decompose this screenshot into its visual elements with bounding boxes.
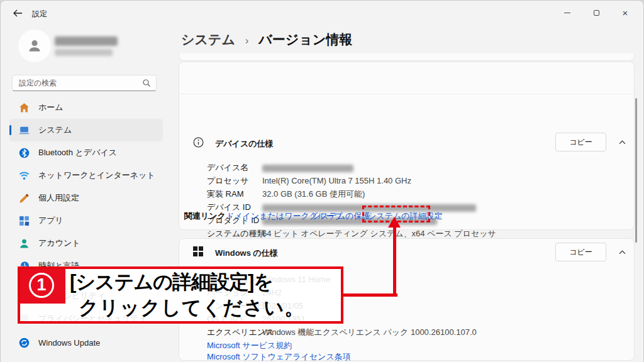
sidebar-item-system[interactable]: システム [9, 119, 163, 141]
spec-value: 32.0 GB (31.6 GB 使用可能) [262, 189, 365, 199]
person-icon [26, 38, 43, 54]
sidebar-item-label: ネットワークとインターネット [38, 170, 155, 181]
spec-row-device-name: デバイス名 [207, 162, 353, 173]
sidebar-item-label: アカウント [38, 238, 80, 249]
spec-row-ram: 実装 RAM32.0 GB (31.6 GB 使用可能) [207, 189, 365, 200]
chevron-up-icon [619, 250, 626, 255]
avatar[interactable] [18, 30, 51, 62]
bluetooth-icon [18, 147, 30, 158]
account-icon [18, 238, 30, 249]
related-links-label: 関連リンク [184, 211, 226, 222]
minimize-button[interactable] [553, 1, 582, 25]
close-button[interactable]: × [611, 1, 640, 25]
sidebar-item-label: 個人用設定 [38, 192, 79, 204]
sidebar-item-windows-update[interactable]: Windows Update [9, 331, 163, 354]
sidebar-item-apps[interactable]: アプリ [9, 209, 163, 232]
device-specs-card: デバイスの仕様 コピー デバイス名 プロセッサIntel(R) Core(TM)… [179, 62, 635, 230]
sidebar-item-label: Bluetooth とデバイス [38, 147, 117, 158]
search-icon [142, 79, 151, 87]
sidebar-item-personalization[interactable]: 個人用設定 [9, 187, 163, 209]
chevron-up-icon [619, 140, 626, 145]
update-icon [18, 337, 30, 348]
step-number: 1 [29, 273, 54, 298]
wifi-icon [18, 170, 30, 181]
copy-device-specs-button[interactable]: コピー [555, 133, 606, 151]
spec-row-experience: エクスペリエンスWindows 機能エクスペリエンス パック 1000.2610… [207, 327, 477, 338]
scrollbar[interactable] [635, 98, 637, 243]
back-arrow-icon [13, 9, 23, 17]
home-icon [18, 102, 30, 113]
brush-icon [18, 192, 30, 204]
redacted-value [262, 165, 353, 172]
spec-label: 実装 RAM [207, 189, 262, 200]
search-input[interactable] [18, 77, 134, 89]
sidebar-item-label: システム [38, 124, 72, 136]
spec-label: エクスペリエンス [207, 327, 262, 338]
spec-value: Intel(R) Core(TM) Ultra 7 155H 1.40 GHz [262, 176, 411, 185]
windows-logo-icon [193, 246, 203, 256]
user-name-redacted [55, 36, 118, 46]
title-bar: 設定 × [1, 1, 643, 26]
spec-label: プロセッサ [207, 175, 262, 187]
step-badge: 1 [18, 266, 65, 304]
scrolled-card-edge [179, 53, 635, 61]
close-icon: × [623, 8, 628, 18]
info-icon [193, 137, 204, 148]
link-system-protection[interactable]: システムの保護 [312, 211, 370, 222]
divider [179, 94, 634, 94]
collapse-device-specs-button[interactable] [616, 133, 628, 151]
breadcrumb-separator: › [245, 35, 249, 47]
window-title: 設定 [32, 9, 47, 19]
callout-arrowhead [388, 217, 401, 228]
apps-icon [18, 215, 30, 226]
sidebar-item-label: アプリ [38, 215, 64, 226]
windows-specs-title: Windows の仕様 [215, 248, 278, 259]
minimize-icon [564, 13, 570, 13]
callout-line-vertical [393, 227, 396, 297]
spec-value: 64 ビット オペレーティング システム、x64 ベース プロセッサ [262, 229, 496, 238]
spec-row-processor: プロセッサIntel(R) Core(TM) Ultra 7 155H 1.40… [207, 175, 411, 187]
annotation-text-line2: クリックしてください。 [79, 295, 304, 321]
collapse-windows-specs-button[interactable] [616, 243, 628, 261]
link-microsoft-services-agreement[interactable]: Microsoft サービス規約 [207, 340, 292, 351]
sidebar-item-label: ホーム [38, 102, 64, 113]
selected-indicator [9, 125, 11, 135]
maximize-button[interactable] [582, 1, 611, 25]
user-email-redacted [55, 49, 113, 56]
link-microsoft-software-license[interactable]: Microsoft ソフトウェアライセンス条項 [207, 351, 351, 362]
sidebar-item-accounts[interactable]: アカウント [9, 232, 163, 255]
sidebar-item-label: Windows Update [38, 338, 100, 348]
breadcrumb: システム › バージョン情報 [181, 31, 352, 48]
system-icon [18, 124, 30, 136]
sidebar-item-home[interactable]: ホーム [9, 96, 163, 119]
sidebar-item-bluetooth-devices[interactable]: Bluetooth とデバイス [9, 141, 163, 164]
page-title: バージョン情報 [258, 32, 352, 47]
maximize-icon [594, 10, 599, 16]
spec-label: デバイス名 [207, 162, 262, 173]
sidebar-item-network-internet[interactable]: ネットワークとインターネット [9, 164, 163, 187]
spec-value: Windows 機能エクスペリエンス パック 1000.26100.107.0 [262, 327, 477, 337]
settings-window: 設定 × ホーム [0, 0, 644, 362]
settings-search [12, 75, 157, 91]
device-specs-title: デバイスの仕様 [215, 138, 274, 150]
breadcrumb-system[interactable]: システム [181, 32, 235, 47]
callout-line-horizontal [342, 293, 397, 297]
copy-windows-specs-button[interactable]: コピー [555, 243, 606, 261]
annotation-text-line1: [システムの詳細設定]を [70, 269, 273, 295]
back-button[interactable] [8, 4, 27, 22]
